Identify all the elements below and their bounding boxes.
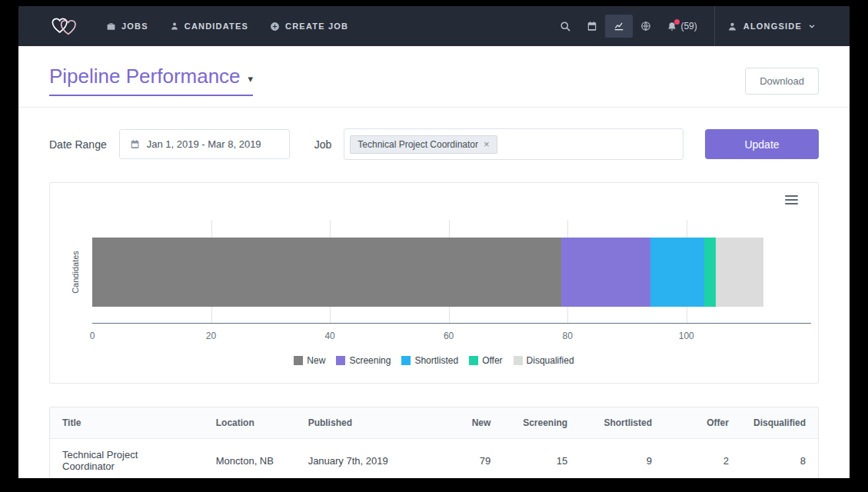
legend-label: New bbox=[307, 355, 325, 366]
header-divider bbox=[18, 107, 850, 108]
date-range-value: Jan 1, 2019 - Mar 8, 2019 bbox=[147, 138, 261, 150]
cell-shortlisted: 9 bbox=[580, 439, 664, 479]
nav-item-jobs[interactable]: JOBS bbox=[106, 22, 148, 32]
results-table: Title Location Published New Screening S… bbox=[50, 407, 818, 478]
job-tag: Technical Project Coordinator × bbox=[350, 135, 497, 154]
nav-item-candidates[interactable]: CANDIDATES bbox=[170, 22, 248, 31]
nav-item-label: JOBS bbox=[121, 22, 148, 31]
chart-legend: NewScreeningShortlistedOfferDisqualified bbox=[50, 355, 818, 366]
cell-new: 79 bbox=[426, 439, 503, 479]
alongside-logo[interactable] bbox=[49, 14, 80, 38]
nav-item-label: CANDIDATES bbox=[185, 22, 248, 31]
col-header-location: Location bbox=[204, 407, 296, 439]
globe-icon bbox=[640, 21, 651, 32]
download-button[interactable]: Download bbox=[745, 68, 819, 95]
job-label: Job bbox=[314, 138, 332, 151]
x-tick-label: 60 bbox=[444, 331, 454, 341]
pipeline-chart-card: Candidates 020406080100 NewScreeningShor… bbox=[49, 182, 819, 384]
bar-segment-screening[interactable] bbox=[561, 238, 650, 307]
chart-menu-icon[interactable] bbox=[785, 195, 798, 207]
legend-swatch bbox=[514, 356, 523, 365]
account-person-icon bbox=[727, 22, 737, 32]
x-tick-label: 20 bbox=[206, 331, 216, 341]
legend-label: Disqualified bbox=[527, 355, 574, 366]
calendar-icon bbox=[130, 139, 140, 149]
plot-area bbox=[92, 220, 811, 324]
filter-bar: Date Range Jan 1, 2019 - Mar 8, 2019 Job… bbox=[18, 128, 850, 160]
table-row[interactable]: Technical Project Coordinator Moncton, N… bbox=[50, 439, 818, 479]
nav-divider bbox=[714, 6, 715, 46]
cell-screening: 15 bbox=[503, 439, 580, 479]
legend-swatch bbox=[469, 356, 478, 365]
notification-count: (59) bbox=[680, 21, 697, 32]
legend-label: Shortlisted bbox=[414, 355, 458, 366]
job-tag-label: Technical Project Coordinator bbox=[358, 139, 478, 150]
plus-circle-icon bbox=[270, 22, 280, 32]
cell-title: Technical Project Coordinator bbox=[50, 439, 204, 479]
page-header: Pipeline Performance ▾ Download bbox=[18, 46, 850, 96]
report-title-dropdown[interactable]: Pipeline Performance ▾ bbox=[49, 65, 253, 96]
remove-tag-icon[interactable]: × bbox=[484, 139, 490, 149]
main-navigation: JOBS CANDIDATES CREATE JOB bbox=[106, 22, 348, 32]
chevron-down-icon bbox=[808, 22, 816, 30]
search-icon bbox=[560, 21, 571, 32]
job-select-input[interactable]: Technical Project Coordinator × bbox=[344, 128, 683, 160]
legend-label: Offer bbox=[482, 355, 502, 366]
legend-label: Screening bbox=[349, 355, 391, 366]
stacked-bar bbox=[92, 238, 811, 307]
legend-item-shortlisted[interactable]: Shortlisted bbox=[401, 355, 458, 366]
person-icon bbox=[170, 22, 179, 31]
cell-offer: 2 bbox=[664, 439, 741, 479]
update-button[interactable]: Update bbox=[705, 129, 819, 159]
legend-item-disqualified[interactable]: Disqualified bbox=[514, 355, 574, 366]
bar-segment-new[interactable] bbox=[92, 238, 561, 307]
results-table-card: Title Location Published New Screening S… bbox=[49, 407, 819, 478]
calendar-icon bbox=[587, 21, 597, 32]
bar-segment-shortlisted[interactable] bbox=[650, 238, 704, 307]
x-tick-label: 40 bbox=[324, 331, 334, 341]
navbar-right: (59) ALONGSIDE bbox=[552, 6, 816, 46]
briefcase-icon bbox=[106, 22, 116, 32]
x-tick-label: 100 bbox=[679, 331, 694, 341]
page-title: Pipeline Performance bbox=[49, 65, 241, 88]
legend-item-screening[interactable]: Screening bbox=[336, 355, 391, 366]
bar-segment-disqualified[interactable] bbox=[716, 238, 763, 307]
app-window: JOBS CANDIDATES CREATE JOB bbox=[18, 6, 850, 478]
line-chart-icon bbox=[613, 21, 625, 32]
legend-item-offer[interactable]: Offer bbox=[469, 355, 502, 366]
bar-segment-offer[interactable] bbox=[704, 238, 716, 307]
title-caret-icon: ▾ bbox=[248, 68, 254, 85]
search-button[interactable] bbox=[552, 15, 579, 38]
nav-item-create-job[interactable]: CREATE JOB bbox=[270, 22, 348, 32]
cell-location: Moncton, NB bbox=[204, 439, 296, 479]
globe-button[interactable] bbox=[633, 15, 659, 38]
account-name: ALONGSIDE bbox=[743, 22, 802, 31]
cell-disqualified: 8 bbox=[741, 439, 818, 479]
y-axis-label: Candidates bbox=[71, 251, 80, 294]
reports-button[interactable] bbox=[605, 15, 633, 38]
col-header-published: Published bbox=[296, 407, 427, 439]
legend-item-new[interactable]: New bbox=[294, 355, 325, 366]
hearts-logo-icon bbox=[49, 14, 80, 38]
notification-dot bbox=[674, 19, 680, 25]
x-tick-label: 0 bbox=[90, 331, 95, 341]
col-header-disqualified: Disqualified bbox=[741, 407, 818, 439]
date-range-input[interactable]: Jan 1, 2019 - Mar 8, 2019 bbox=[119, 129, 290, 159]
account-menu[interactable]: ALONGSIDE bbox=[727, 22, 816, 32]
x-tick-label: 80 bbox=[562, 331, 572, 341]
nav-item-label: CREATE JOB bbox=[285, 22, 348, 31]
notifications-button[interactable]: (59) bbox=[659, 15, 704, 38]
top-navbar: JOBS CANDIDATES CREATE JOB bbox=[18, 6, 850, 46]
table-header-row: Title Location Published New Screening S… bbox=[50, 407, 818, 439]
legend-swatch bbox=[401, 356, 411, 365]
col-header-offer: Offer bbox=[664, 407, 741, 439]
col-header-new: New bbox=[426, 407, 503, 439]
date-range-label: Date Range bbox=[49, 138, 107, 151]
cell-published: January 7th, 2019 bbox=[296, 439, 427, 479]
col-header-shortlisted: Shortlisted bbox=[580, 407, 664, 439]
legend-swatch bbox=[336, 356, 345, 365]
x-axis-ticks: 020406080100 bbox=[92, 331, 811, 343]
col-header-screening: Screening bbox=[503, 407, 580, 439]
col-header-title: Title bbox=[50, 407, 204, 439]
calendar-button[interactable] bbox=[579, 15, 605, 38]
